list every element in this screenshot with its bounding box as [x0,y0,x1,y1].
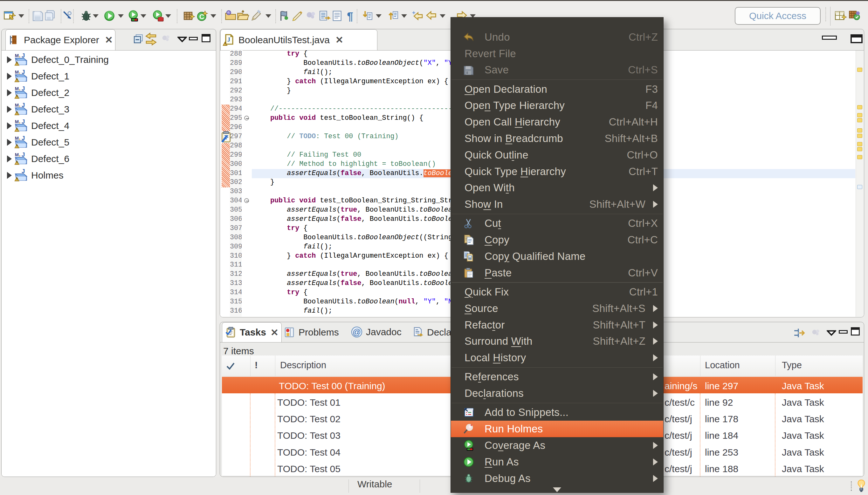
svg-text:M: M [15,53,19,58]
svg-text:!: ! [17,128,18,132]
svg-text:›: › [19,120,20,125]
svg-text:J: J [22,86,25,92]
svg-text:!: ! [224,41,226,46]
svg-text:!: ! [17,111,18,116]
svg-text:›: › [19,153,20,158]
svg-text:›: › [19,70,20,75]
svg-text:J: J [22,135,25,141]
svg-text:›: › [19,104,20,108]
svg-text:J: J [22,69,25,75]
svg-text:¶: ¶ [347,10,353,22]
svg-text:M: M [15,103,19,108]
svg-text:J: J [22,152,25,158]
svg-text:M: M [15,86,19,91]
svg-text:J: J [227,36,230,43]
svg-text:!: ! [17,144,18,149]
svg-text:!: ! [17,62,18,66]
svg-text:J: J [22,168,25,174]
svg-text:M: M [15,70,19,75]
svg-text:J: J [22,119,25,125]
svg-text:J: J [22,53,25,59]
svg-text:!: ! [17,161,18,165]
svg-text:M: M [15,119,19,124]
svg-text:!: ! [17,177,18,182]
svg-text:!: ! [17,95,18,99]
svg-text:J: J [22,102,25,108]
svg-text:!: ! [17,78,18,83]
svg-text:M: M [15,152,19,157]
svg-text:›: › [19,137,20,141]
svg-text:›: › [19,54,20,59]
svg-text:M: M [15,136,19,141]
svg-text:›: › [19,87,20,92]
